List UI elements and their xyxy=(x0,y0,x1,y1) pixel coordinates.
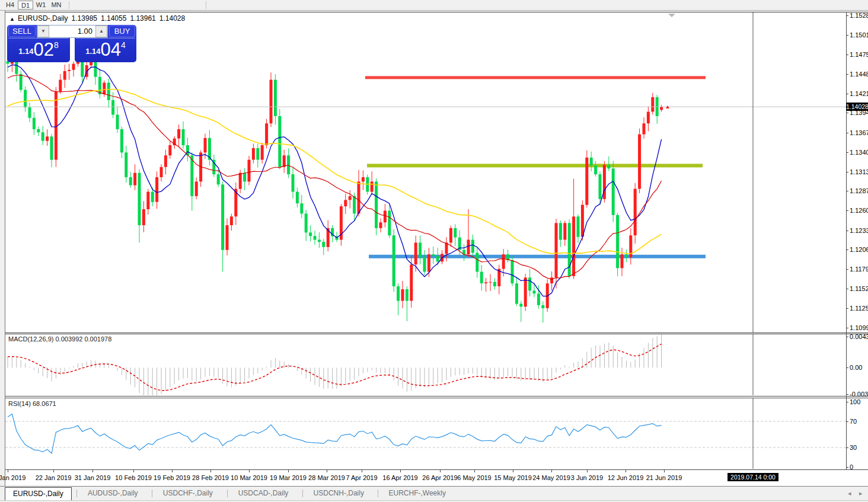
tab-separator xyxy=(227,490,228,497)
date-tick xyxy=(133,470,134,472)
price-axis-label: 1.15285 xyxy=(850,12,868,19)
volume-input[interactable]: 1.00 xyxy=(49,25,95,37)
current-price-tag: 1.14028 xyxy=(846,103,868,111)
macd-signal-value: 0.001978 xyxy=(84,335,111,343)
bid-big-digits: 02 xyxy=(34,39,54,60)
panel-splitter[interactable] xyxy=(5,332,868,333)
toolbar-separator xyxy=(69,1,69,9)
timeframe-button-d1[interactable]: D1 xyxy=(18,1,33,9)
date-tick xyxy=(587,470,588,472)
price-axis-label: 1.14750 xyxy=(850,51,868,58)
moving-average-line xyxy=(8,65,662,296)
timeframe-button-mn[interactable]: MN xyxy=(49,1,64,9)
price-axis-label-tick xyxy=(846,133,848,133)
price-axis-label: 1.10990 xyxy=(850,324,868,331)
object-hline xyxy=(365,76,706,79)
date-axis-label: 10 Feb 2019 xyxy=(115,474,152,481)
date-axis-label: 22 Jan 2019 xyxy=(36,474,72,481)
volume-decrease-button[interactable]: ▼ xyxy=(37,25,49,37)
tab-usdcad-daily[interactable]: USDCAD-,Daily xyxy=(231,487,296,500)
price-axis-label-tick xyxy=(846,35,848,36)
symbol-label: EURUSD-,Daily xyxy=(18,14,68,23)
panel-splitter xyxy=(5,398,868,398)
sell-button[interactable]: SELL xyxy=(8,25,36,37)
symbol-tab-bar: EURUSD-,DailyAUDUSD-,DailyUSDCHF-,DailyU… xyxy=(0,486,868,500)
date-tick xyxy=(327,470,327,472)
rsi-axis-label: 30 xyxy=(850,444,857,451)
volume-control: ▼ 1.00 ▲ xyxy=(37,25,108,38)
date-axis[interactable]: 13 Jan 201922 Jan 201931 Jan 201910 Feb … xyxy=(5,470,868,486)
tab-eurchf-weekly[interactable]: EURCHF-,Weekly xyxy=(381,487,454,500)
rsi-axis-label: 100 xyxy=(850,398,860,405)
object-hline xyxy=(367,164,703,167)
tab-separator xyxy=(152,490,152,497)
date-tick xyxy=(626,470,626,472)
price-axis-label: 1.12870 xyxy=(850,187,868,194)
price-axis-label: 1.15015 xyxy=(850,31,868,39)
price-axis-label-tick xyxy=(846,15,848,16)
rsi-axis-label-tick xyxy=(846,467,848,468)
price-axis-label: 1.14480 xyxy=(850,71,868,78)
price-axis-label-tick xyxy=(846,210,848,211)
date-axis-label: 21 Jun 2019 xyxy=(646,474,682,481)
macd-canvas[interactable] xyxy=(5,334,846,395)
symbol-triangle-icon: ▲ xyxy=(9,16,15,22)
buy-button[interactable]: BUY xyxy=(109,25,135,37)
date-axis-label: 15 May 2019 xyxy=(494,474,532,481)
date-tick xyxy=(551,470,552,472)
rsi-canvas[interactable] xyxy=(5,398,846,469)
timeframe-button-w1[interactable]: W1 xyxy=(33,1,49,9)
price-axis-separator xyxy=(846,12,847,469)
date-tick xyxy=(210,470,211,472)
date-tick xyxy=(400,470,401,472)
date-tick xyxy=(172,470,173,472)
date-tick xyxy=(249,470,250,472)
price-axis-label: 1.11525 xyxy=(850,285,868,292)
rsi-label: RSI(14) 68.0671 xyxy=(8,400,56,407)
timeframe-button-h4[interactable]: H4 xyxy=(2,1,18,9)
tab-usdcnh-daily[interactable]: USDCNH-,Daily xyxy=(306,487,372,500)
close-value: 1.14028 xyxy=(159,14,185,23)
macd-axis-label-tick xyxy=(846,394,848,395)
volume-increase-button[interactable]: ▲ xyxy=(95,25,107,37)
price-axis-label-tick xyxy=(846,113,848,113)
ask-prefix: 1.14 xyxy=(85,47,100,56)
panel-splitter[interactable] xyxy=(5,396,868,397)
price-axis-label: 1.11255 xyxy=(850,305,868,312)
tabs-scroll-left-icon[interactable]: ◂ xyxy=(848,490,851,497)
date-axis-label: 28 Mar 2019 xyxy=(308,474,345,481)
macd-axis-label-tick xyxy=(846,337,848,337)
date-axis-label: 31 Jan 2019 xyxy=(75,474,111,481)
tabs-scroll-right-icon[interactable]: ▸ xyxy=(859,490,863,497)
date-axis-label: 3 Jun 2019 xyxy=(571,474,603,481)
high-value: 1.14055 xyxy=(101,14,126,23)
terminal-window: H4D1W1MN ▲EURUSD-,Daily1.139851.140551.1… xyxy=(0,0,868,502)
macd-label: MACD(12,26,9) 0.003992 0.001978 xyxy=(8,335,111,343)
date-axis-label: 13 Jan 2019 xyxy=(0,474,25,481)
chart-window: ▲EURUSD-,Daily1.139851.140551.139611.140… xyxy=(0,11,868,486)
tab-separator xyxy=(378,490,378,497)
tab-usdchf-daily[interactable]: USDCHF-,Daily xyxy=(155,487,221,500)
rsi-name: RSI(14) xyxy=(8,400,31,407)
price-axis-label-tick xyxy=(846,172,848,172)
tab-eurusd-daily[interactable]: EURUSD-,Daily xyxy=(5,487,72,500)
price-axis-label-tick xyxy=(846,152,848,153)
chart-shift-marker-icon xyxy=(668,14,675,17)
date-axis-label: 26 Apr 2019 xyxy=(422,474,457,481)
date-tick xyxy=(92,470,93,472)
date-axis-label: 19 Feb 2019 xyxy=(154,474,190,481)
macd-axis-label: 0.004359 xyxy=(850,333,868,340)
macd-main-value: 0.003992 xyxy=(55,335,82,343)
price-axis-label-tick xyxy=(846,231,848,231)
date-axis-label: 6 May 2019 xyxy=(457,474,491,481)
date-axis-label: 16 Apr 2019 xyxy=(382,474,417,481)
date-tick xyxy=(474,470,475,472)
rsi-axis-label-tick xyxy=(846,447,848,448)
date-axis-label: 24 May 2019 xyxy=(532,474,570,481)
price-axis-label: 1.13405 xyxy=(850,149,868,156)
date-axis-label: 7 Apr 2019 xyxy=(346,474,377,481)
date-tick xyxy=(53,470,54,472)
tab-audusd-daily[interactable]: AUDUSD-,Daily xyxy=(80,487,146,500)
timeframe-toolbar: H4D1W1MN xyxy=(0,0,868,11)
one-click-trading-widget: 1.14028 1.14044 SELL ▼ 1.00 ▲ BUY xyxy=(7,25,136,62)
